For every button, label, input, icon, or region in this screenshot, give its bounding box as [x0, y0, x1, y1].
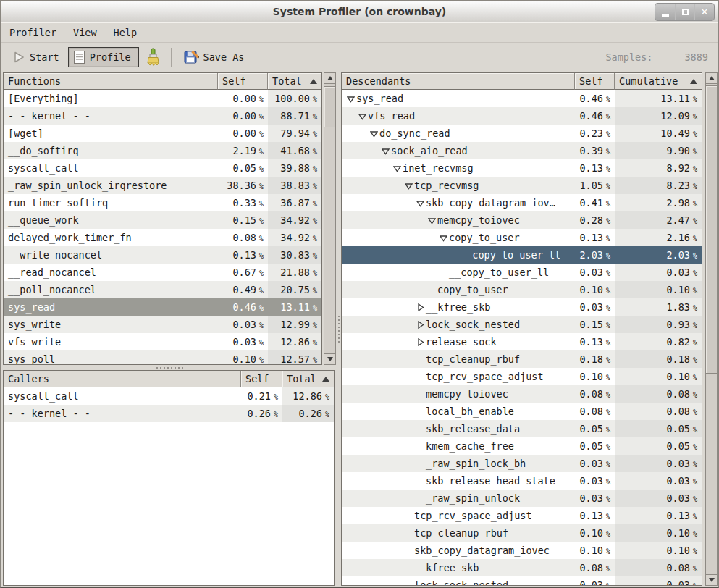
table-row[interactable]: sys_write0.03%12.99%: [4, 316, 321, 333]
tree-row[interactable]: release_sock0.13%0.82%: [342, 333, 702, 350]
horizontal-splitter[interactable]: [3, 365, 336, 370]
tree-row[interactable]: __kfree_skb0.03%1.83%: [342, 298, 702, 316]
tree-row[interactable]: local_bh_enable0.08%0.08%: [342, 403, 702, 420]
functions-scrollbar[interactable]: [324, 72, 336, 365]
table-row[interactable]: __poll_nocancel0.49%20.75%: [4, 281, 321, 298]
tree-row[interactable]: sys_read0.46%13.11%: [342, 90, 702, 107]
tree-expander[interactable]: [356, 112, 368, 120]
tree-row[interactable]: tcp_rcv_space_adjust0.10%0.10%: [342, 368, 702, 385]
tree-expander[interactable]: [403, 182, 414, 190]
close-button[interactable]: ✕: [694, 4, 714, 20]
expander-open-icon[interactable]: [358, 112, 366, 120]
profile-toggle-button[interactable]: Profile: [68, 47, 139, 67]
tree-row[interactable]: copy_to_user0.10%0.10%: [342, 281, 702, 298]
start-button[interactable]: Start: [7, 48, 65, 67]
tree-row[interactable]: tcp_rcv_space_adjust0.13%0.13%: [342, 507, 702, 524]
table-row[interactable]: sys_read0.46%13.11%: [4, 298, 321, 316]
column-header-self[interactable]: Self: [218, 73, 268, 90]
expander-open-icon[interactable]: [405, 182, 413, 190]
expander-open-icon[interactable]: [393, 164, 401, 172]
column-header-self[interactable]: Self: [575, 73, 615, 90]
tree-row[interactable]: lock_sock_nested0.03%0.03%: [342, 576, 702, 585]
table-row[interactable]: __queue_work0.15%34.92%: [4, 211, 321, 229]
expander-open-icon[interactable]: [440, 234, 447, 242]
column-header-self[interactable]: Self: [241, 371, 282, 387]
vertical-splitter[interactable]: [336, 72, 341, 586]
expander-open-icon[interactable]: [382, 147, 390, 155]
tree-row[interactable]: memcpy_toiovec0.28%2.47%: [342, 211, 702, 229]
tree-row[interactable]: tcp_cleanup_rbuf0.10%0.10%: [342, 524, 702, 542]
tree-expander[interactable]: [414, 321, 426, 329]
expander-closed-icon[interactable]: [416, 338, 424, 346]
table-row[interactable]: delayed_work_timer_fn0.08%34.92%: [4, 229, 321, 246]
tree-expander[interactable]: [437, 234, 449, 242]
scroll-up-button[interactable]: [324, 72, 336, 84]
table-row[interactable]: __do_softirq2.19%41.68%: [4, 142, 321, 159]
table-row[interactable]: __write_nocancel0.13%30.83%: [4, 246, 321, 264]
tree-expander[interactable]: [414, 338, 426, 346]
tree-expander[interactable]: [414, 199, 426, 207]
tree-row[interactable]: _raw_spin_lock_bh0.03%0.03%: [342, 455, 702, 472]
column-header-callers[interactable]: Callers: [4, 371, 241, 387]
table-row[interactable]: - - kernel - -0.26%0.26%: [4, 405, 334, 422]
table-row[interactable]: sys_poll0.10%12.57%: [4, 350, 321, 364]
tree-row[interactable]: copy_to_user0.13%2.16%: [342, 229, 702, 246]
expander-open-icon[interactable]: [347, 95, 355, 103]
tree-expander[interactable]: [426, 217, 437, 224]
scroll-down-button[interactable]: [324, 353, 336, 365]
column-header-functions[interactable]: Functions: [4, 73, 218, 90]
table-row[interactable]: syscall_call0.05%39.88%: [4, 159, 321, 177]
tree-expander[interactable]: [345, 95, 356, 103]
tree-expander[interactable]: [414, 303, 426, 311]
scrollbar-thumb[interactable]: [324, 86, 336, 127]
reset-button[interactable]: [139, 45, 167, 70]
column-header-cumulative[interactable]: Cumulative: [615, 73, 702, 90]
table-row[interactable]: - - kernel - -0.00%88.71%: [4, 107, 321, 125]
table-row[interactable]: __read_nocancel0.67%21.88%: [4, 264, 321, 281]
tree-expander[interactable]: [368, 130, 379, 138]
titlebar[interactable]: System Profiler (on crownbay) ✕: [1, 1, 718, 22]
tree-row[interactable]: __copy_to_user_ll0.03%0.03%: [342, 264, 702, 281]
menu-profiler[interactable]: Profiler: [8, 25, 58, 40]
column-header-total[interactable]: Total: [282, 371, 334, 387]
tree-row[interactable]: skb_copy_datagram_iov…0.41%2.98%: [342, 194, 702, 211]
maximize-button[interactable]: [675, 4, 694, 20]
tree-row[interactable]: skb_release_data0.05%0.05%: [342, 420, 702, 437]
tree-row[interactable]: tcp_recvmsg1.05%8.23%: [342, 177, 702, 194]
expander-open-icon[interactable]: [428, 217, 436, 224]
table-row[interactable]: _raw_spin_unlock_irqrestore38.36%38.83%: [4, 177, 321, 194]
tree-expander[interactable]: [391, 164, 403, 172]
scroll-down-button[interactable]: [705, 574, 718, 586]
table-row[interactable]: [wget]0.00%79.94%: [4, 125, 321, 142]
tree-expander[interactable]: [379, 147, 391, 155]
tree-row[interactable]: memcpy_toiovec0.08%0.08%: [342, 385, 702, 403]
expander-closed-icon[interactable]: [416, 321, 424, 329]
table-row[interactable]: run_timer_softirq0.33%36.87%: [4, 194, 321, 211]
descendants-scrollbar[interactable]: [705, 72, 718, 586]
tree-row[interactable]: inet_recvmsg0.13%8.92%: [342, 159, 702, 177]
minimize-button[interactable]: [655, 4, 675, 20]
menu-help[interactable]: Help: [112, 25, 139, 40]
column-header-descendants[interactable]: Descendants: [342, 73, 575, 90]
scroll-up-button[interactable]: [705, 72, 718, 84]
tree-row[interactable]: skb_copy_datagram_iovec0.10%0.10%: [342, 542, 702, 559]
expander-open-icon[interactable]: [370, 130, 378, 138]
table-row[interactable]: syscall_call0.21%12.86%: [4, 387, 334, 405]
tree-row[interactable]: __kfree_skb0.08%0.08%: [342, 559, 702, 576]
scrollbar-thumb[interactable]: [705, 85, 718, 374]
expander-open-icon[interactable]: [416, 199, 424, 207]
save-as-button[interactable]: Save As: [178, 46, 251, 67]
tree-row[interactable]: kmem_cache_free0.05%0.05%: [342, 437, 702, 455]
tree-row[interactable]: skb_release_head_state0.03%0.03%: [342, 472, 702, 490]
tree-row[interactable]: __copy_to_user_ll2.03%2.03%: [342, 246, 702, 264]
menu-view[interactable]: View: [72, 25, 98, 40]
tree-row[interactable]: _raw_spin_unlock0.03%0.03%: [342, 490, 702, 507]
tree-row[interactable]: do_sync_read0.23%10.49%: [342, 125, 702, 142]
tree-row[interactable]: lock_sock_nested0.15%0.93%: [342, 316, 702, 333]
expander-closed-icon[interactable]: [416, 303, 424, 311]
tree-row[interactable]: vfs_read0.46%12.09%: [342, 107, 702, 125]
tree-row[interactable]: tcp_cleanup_rbuf0.18%0.18%: [342, 350, 702, 368]
table-row[interactable]: [Everything]0.00%100.00%: [4, 90, 321, 107]
tree-row[interactable]: sock_aio_read0.39%9.90%: [342, 142, 702, 159]
column-header-total[interactable]: Total: [268, 73, 321, 90]
